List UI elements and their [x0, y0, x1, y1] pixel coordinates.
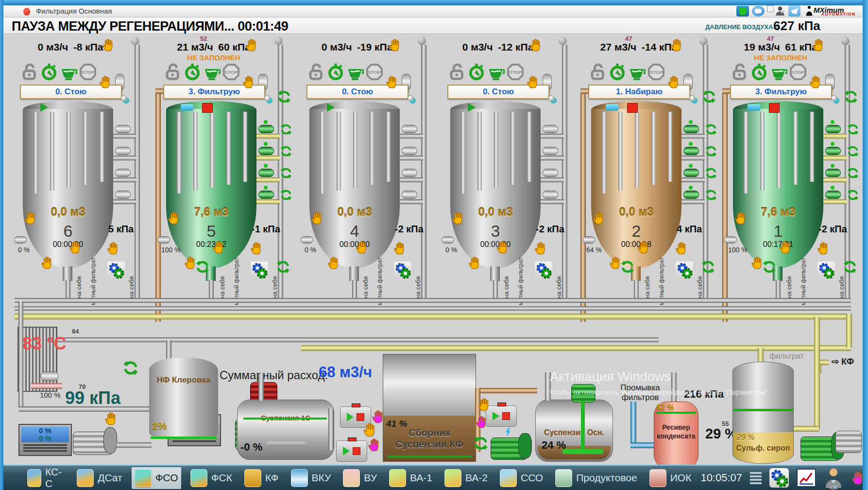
bottom-valve[interactable]: [301, 236, 313, 244]
pump-green-2[interactable]: [491, 438, 528, 460]
manual-hand-icon[interactable]: [68, 240, 83, 254]
mode-stop-icon[interactable]: STOP: [366, 63, 383, 81]
mode-timer-icon[interactable]: [468, 63, 485, 81]
branch-valve[interactable]: [115, 169, 131, 177]
taskbar-item-ВА-1[interactable]: ВА-1: [386, 467, 435, 489]
settings-gears-icon[interactable]: [769, 468, 789, 488]
manual-hand-icon[interactable]: [477, 397, 492, 412]
mode-cup-icon[interactable]: [346, 63, 364, 81]
user-icon[interactable]: iok: [824, 468, 843, 488]
mode-cup-icon[interactable]: [628, 63, 646, 81]
branch-valve[interactable]: [115, 125, 131, 133]
manual-hand-icon[interactable]: [327, 256, 341, 270]
manual-hand-icon[interactable]: [526, 75, 540, 89]
chat-icon[interactable]: [752, 6, 765, 17]
manual-hand-icon[interactable]: [534, 241, 548, 255]
mode-timer-icon[interactable]: [327, 63, 344, 81]
mode-stop-icon[interactable]: STOP: [789, 63, 807, 81]
taskbar-item-ССО[interactable]: ССО: [497, 467, 546, 489]
hx-valve[interactable]: [41, 371, 58, 381]
mode-lock-icon[interactable]: [448, 63, 466, 81]
manual-hand-icon[interactable]: [106, 241, 120, 255]
bottom-valve[interactable]: [724, 236, 737, 244]
settings-gears-icon[interactable]: [107, 262, 125, 279]
branch-valve[interactable]: [115, 147, 131, 155]
taskbar-item-ВА-2[interactable]: ВА-2: [442, 467, 491, 489]
mode-lock-icon[interactable]: [21, 63, 38, 81]
vfd-display-1[interactable]: 0 %0 %: [18, 424, 72, 456]
branch-valve[interactable]: [683, 125, 699, 133]
taskbar-item-ФСК[interactable]: ФСК: [187, 467, 235, 489]
branch-valve[interactable]: [258, 169, 274, 177]
manual-hand-icon[interactable]: [250, 241, 264, 255]
branch-valve[interactable]: [402, 147, 417, 155]
manual-hand-icon[interactable]: [310, 211, 324, 225]
bottom-valve[interactable]: [14, 236, 27, 244]
trends-chart-icon[interactable]: [797, 469, 816, 487]
manual-hand-icon[interactable]: [242, 75, 256, 89]
mode-lock-icon[interactable]: [589, 63, 607, 81]
mode-lock-icon[interactable]: [307, 63, 325, 81]
settings-gears-icon[interactable]: [535, 262, 552, 279]
mode-stop-icon[interactable]: STOP: [79, 63, 97, 81]
mode-lock-icon[interactable]: [731, 63, 749, 81]
taskbar-item-Продуктовое[interactable]: Продуктовое: [552, 467, 640, 489]
manual-hand-icon[interactable]: [812, 38, 826, 52]
branch-valve[interactable]: [543, 125, 558, 133]
manual-hand-icon[interactable]: [99, 75, 113, 89]
mode-timer-icon[interactable]: [40, 63, 58, 81]
branch-valve[interactable]: [402, 191, 417, 199]
mode-cup-icon[interactable]: [60, 63, 77, 81]
branch-valve[interactable]: [402, 169, 417, 177]
taskbar-item-ИОК[interactable]: ИОК: [647, 467, 695, 489]
operator-icon[interactable]: [774, 5, 786, 17]
manual-hand-icon[interactable]: [667, 75, 681, 89]
settings-gears-icon[interactable]: [251, 262, 268, 279]
manual-hand-icon[interactable]: [734, 211, 748, 225]
manual-hand-icon[interactable]: [637, 240, 651, 254]
taskbar-item-ВКУ[interactable]: ВКУ: [288, 467, 334, 489]
taskbar-item-ВУ[interactable]: ВУ: [340, 467, 380, 489]
manual-hand-icon[interactable]: [388, 38, 402, 52]
manual-hand-icon[interactable]: [40, 256, 54, 270]
branch-valve[interactable]: [402, 125, 417, 133]
manual-hand-icon[interactable]: [102, 38, 116, 52]
mode-stop-icon[interactable]: STOP: [222, 63, 240, 81]
branch-valve[interactable]: [543, 169, 558, 177]
manual-hand-icon[interactable]: [212, 240, 226, 254]
manual-hand-icon[interactable]: [670, 38, 684, 52]
mode-timer-icon[interactable]: [609, 63, 626, 81]
mode-stop-icon[interactable]: STOP: [647, 63, 665, 81]
branch-valve[interactable]: [683, 191, 699, 199]
branch-valve[interactable]: [683, 169, 699, 177]
branch-valve[interactable]: [825, 191, 841, 199]
mode-timer-icon[interactable]: [750, 63, 768, 81]
mode-timer-icon[interactable]: [184, 63, 201, 81]
branch-valve[interactable]: [543, 147, 558, 155]
taskbar-item-ДСат[interactable]: ДСат: [74, 467, 125, 489]
manual-hand-icon[interactable]: [809, 75, 823, 89]
branch-valve[interactable]: [258, 191, 274, 199]
manual-hand-icon[interactable]: [496, 240, 510, 254]
manual-hand-icon[interactable]: [529, 38, 543, 52]
manual-hand-icon[interactable]: [167, 211, 181, 225]
mode-cup-icon[interactable]: [203, 63, 221, 81]
branch-valve[interactable]: [258, 125, 274, 133]
manual-hand-icon[interactable]: [362, 422, 378, 438]
cursor-hand-icon[interactable]: [367, 437, 382, 453]
taskbar-item-ФСО[interactable]: ФСО: [132, 467, 181, 489]
mode-lock-icon[interactable]: [164, 63, 182, 81]
manual-hand-icon[interactable]: [104, 411, 119, 426]
branch-valve[interactable]: [825, 147, 841, 155]
mode-stop-icon[interactable]: STOP: [507, 63, 524, 81]
branch-valve[interactable]: [683, 147, 699, 155]
mode-cup-icon[interactable]: [487, 63, 505, 81]
settings-gears-icon[interactable]: [817, 262, 835, 279]
telegram-icon[interactable]: [788, 5, 800, 17]
add-icon[interactable]: [736, 6, 749, 17]
manual-hand-icon[interactable]: [451, 211, 465, 225]
pump-gray-1[interactable]: [73, 432, 113, 455]
menu-lines-icon[interactable]: [750, 471, 762, 486]
branch-valve[interactable]: [825, 169, 841, 177]
branch-valve[interactable]: [543, 191, 558, 199]
